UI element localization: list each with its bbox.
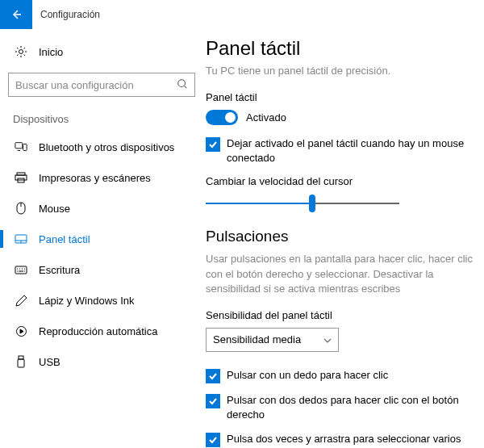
cursor-speed-label: Cambiar la velocidad del cursor <box>206 175 480 187</box>
chevron-down-icon <box>323 333 332 345</box>
taps-heading: Pulsaciones <box>206 228 480 245</box>
mouse-icon <box>13 202 29 215</box>
sidebar-item-typing[interactable]: Escritura <box>8 254 198 285</box>
home-button[interactable]: Inicio <box>8 37 198 66</box>
sensitivity-value: Sensibilidad media <box>213 333 301 345</box>
sidebar-item-label: USB <box>39 356 60 368</box>
gear-icon <box>13 45 29 58</box>
svg-point-1 <box>178 79 186 86</box>
sensitivity-dropdown[interactable]: Sensibilidad media <box>206 328 339 352</box>
svg-rect-2 <box>15 143 23 149</box>
autoplay-icon <box>13 325 29 337</box>
arrow-left-icon <box>10 8 23 21</box>
slider-fill <box>206 203 312 204</box>
sidebar-group-label: Dispositivos <box>8 113 198 125</box>
sidebar-item-label: Panel táctil <box>39 233 90 245</box>
home-label: Inicio <box>39 46 63 58</box>
slider-track <box>206 203 399 204</box>
pen-icon <box>13 295 29 307</box>
svg-rect-5 <box>15 175 27 180</box>
devices-icon <box>13 141 29 153</box>
sidebar-item-bluetooth[interactable]: Bluetooth y otros dispositivos <box>8 132 198 162</box>
sidebar-item-mouse[interactable]: Mouse <box>8 193 198 224</box>
sidebar-item-touchpad[interactable]: Panel táctil <box>8 224 198 254</box>
sidebar-item-printers[interactable]: Impresoras y escáneres <box>8 162 198 193</box>
tap-one-finger-checkbox[interactable] <box>206 369 220 383</box>
sensitivity-label: Sensibilidad del panel táctil <box>206 309 480 321</box>
sidebar-item-usb[interactable]: USB <box>8 346 198 377</box>
sidebar-item-autoplay[interactable]: Reproducción automática <box>8 316 198 346</box>
svg-rect-11 <box>19 356 23 359</box>
search-box[interactable] <box>8 73 195 97</box>
taps-description: Usar pulsaciones en la pantalla para hac… <box>206 252 480 296</box>
sidebar-item-label: Lápiz y Windows Ink <box>39 295 135 307</box>
tap-drag-select-checkbox[interactable] <box>206 433 220 447</box>
touchpad-icon <box>13 234 29 244</box>
touchpad-toggle[interactable] <box>206 110 238 125</box>
sidebar-item-label: Mouse <box>39 203 70 215</box>
usb-icon <box>13 355 29 368</box>
page-subtitle: Tu PC tiene un panel táctil de precisión… <box>206 65 480 77</box>
svg-rect-12 <box>18 359 24 367</box>
tap-one-finger-label: Pulsar con un dedo para hacer clic <box>227 368 388 383</box>
svg-rect-3 <box>23 144 27 150</box>
sidebar-item-label: Reproducción automática <box>39 325 157 337</box>
svg-rect-9 <box>15 266 27 274</box>
sidebar-item-label: Impresoras y escáneres <box>39 172 151 184</box>
keep-on-mouse-label: Dejar activado el panel táctil cuando ha… <box>227 136 480 165</box>
slider-thumb[interactable] <box>309 195 315 212</box>
tap-drag-select-label: Pulsa dos veces y arrastra para seleccio… <box>227 432 480 448</box>
touchpad-toggle-state: Activado <box>246 111 286 124</box>
sidebar: Inicio Dispositivos Bluetooth y otros di… <box>0 29 206 448</box>
sidebar-item-label: Escritura <box>39 264 80 276</box>
tap-two-fingers-label: Pulsar con dos dedos para hacer clic con… <box>227 393 480 422</box>
cursor-speed-slider[interactable] <box>206 195 399 211</box>
keyboard-icon <box>13 266 29 274</box>
sidebar-item-label: Bluetooth y otros dispositivos <box>39 141 174 153</box>
printer-icon <box>13 172 29 183</box>
search-icon <box>177 78 188 92</box>
tap-two-fingers-checkbox[interactable] <box>206 394 220 408</box>
touchpad-toggle-label: Panel táctil <box>206 91 480 103</box>
window-header: Configuración <box>0 0 484 29</box>
back-button[interactable] <box>0 0 32 29</box>
keep-on-mouse-checkbox[interactable] <box>206 137 220 152</box>
window-title: Configuración <box>32 9 100 20</box>
main-content: Panel táctil Tu PC tiene un panel táctil… <box>206 29 484 448</box>
page-title: Panel táctil <box>206 37 480 60</box>
sidebar-item-pen[interactable]: Lápiz y Windows Ink <box>8 285 198 316</box>
search-input[interactable] <box>15 79 177 91</box>
svg-point-0 <box>19 50 23 54</box>
